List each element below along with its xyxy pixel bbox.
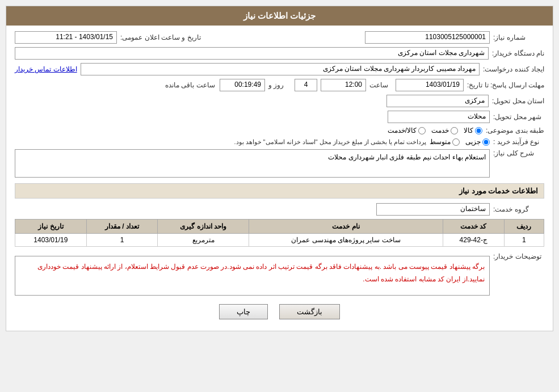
services-section-header: اطلاعات خدمات مورد نیاز: [15, 183, 544, 199]
need-description-label: شرح کلی نیاز:: [493, 149, 544, 157]
buyer-org-label: نام دستگاه خریدار:: [492, 49, 544, 57]
reply-remaining-label: ساعت باقی مانده: [165, 81, 216, 89]
cell-row: 1: [504, 234, 544, 247]
reply-time-value: 12:00: [321, 79, 366, 91]
reply-deadline-label: مهلت ارسال پاسخ: تا تاریخ:: [467, 81, 544, 89]
category-kala-option[interactable]: کالا: [464, 127, 482, 134]
need-description-value: استعلام بهاء احداث نیم طبقه فلزی انبار ش…: [15, 149, 490, 178]
province-value: مرکزی: [386, 95, 489, 107]
city-label: شهر محل تحویل:: [493, 113, 544, 121]
cell-code: ج-42-429: [443, 234, 504, 247]
cell-name: ساخت سایر پروژه‌های مهندسی عمران: [249, 234, 443, 247]
service-group-label: گروه خدمت:: [493, 205, 544, 213]
category-label: طبقه بندی موضوعی:: [486, 127, 544, 134]
city-value: محلات: [388, 111, 490, 123]
province-label: استان محل تحویل:: [492, 97, 544, 105]
reply-date-value: 1403/01/19: [396, 79, 464, 91]
cell-date: 1403/01/19: [15, 234, 87, 247]
buyer-org-value: شهرداری مجلات استان مرکزی: [15, 47, 489, 60]
purchase-type-radio-group: جزیی متوسط: [430, 138, 490, 146]
buyer-notes-value: برگه پیشنهاد قیمت پیوست می باشد .به پیشن…: [15, 256, 490, 296]
need-number-label: شماره نیاز:: [493, 33, 544, 41]
reply-days-label: روز و: [268, 81, 291, 89]
col-row: ردیف: [504, 220, 544, 234]
print-button[interactable]: چاپ: [219, 304, 268, 319]
col-quantity: تعداد / مقدار: [86, 220, 158, 234]
purchase-type-jozi[interactable]: جزیی: [465, 138, 490, 146]
category-kala-khedmat-option[interactable]: کالا/خدمت: [388, 127, 426, 134]
col-date: تاریخ نیاز: [15, 220, 87, 234]
table-row: 1ج-42-429ساخت سایر پروژه‌های مهندسی عمرا…: [15, 234, 544, 247]
services-table: ردیف کد خدمت نام خدمت واحد اندازه گیری ت…: [15, 219, 544, 247]
reply-days-value: 4: [295, 79, 317, 91]
purchase-type-motavsat[interactable]: متوسط: [430, 138, 460, 146]
service-group-value: ساختمان: [376, 203, 490, 216]
col-unit: واحد اندازه گیری: [158, 220, 249, 234]
creator-label: ایجاد کننده درخواست:: [483, 65, 544, 73]
back-button[interactable]: بازگشت: [279, 304, 340, 319]
creator-contact-link[interactable]: اطلاعات تماس خریدار: [15, 65, 77, 73]
category-radio-group: کالا خدمت کالا/خدمت: [388, 127, 482, 134]
buyer-notes-label: توضیحات خریدار:: [493, 252, 544, 260]
creator-value: مهرداد مصیبی کاربردار شهرداری مجلات استا…: [81, 63, 480, 75]
cell-unit: مترمربع: [158, 234, 249, 247]
col-code: کد خدمت: [443, 220, 504, 234]
category-khedmat-option[interactable]: خدمت: [431, 127, 458, 134]
announce-datetime-value: 1403/01/15 - 11:21: [15, 31, 117, 44]
purchase-note: پرداخت تمام یا بخشی از مبلغ خریداز محل "…: [234, 138, 426, 146]
reply-time-label: ساعت: [369, 81, 392, 89]
purchase-type-label: نوع فرآیند خرید :: [493, 138, 544, 146]
bottom-buttons: بازگشت چاپ: [15, 304, 544, 319]
cell-quantity: 1: [86, 234, 158, 247]
need-number-value: 1103005125000001: [365, 31, 490, 44]
page-title: جزئیات اطلاعات نیاز: [6, 6, 553, 26]
reply-remaining-value: 00:19:49: [220, 79, 265, 91]
announce-datetime-label: تاریخ و ساعت اعلان عمومی:: [120, 33, 201, 41]
col-name: نام خدمت: [249, 220, 443, 234]
